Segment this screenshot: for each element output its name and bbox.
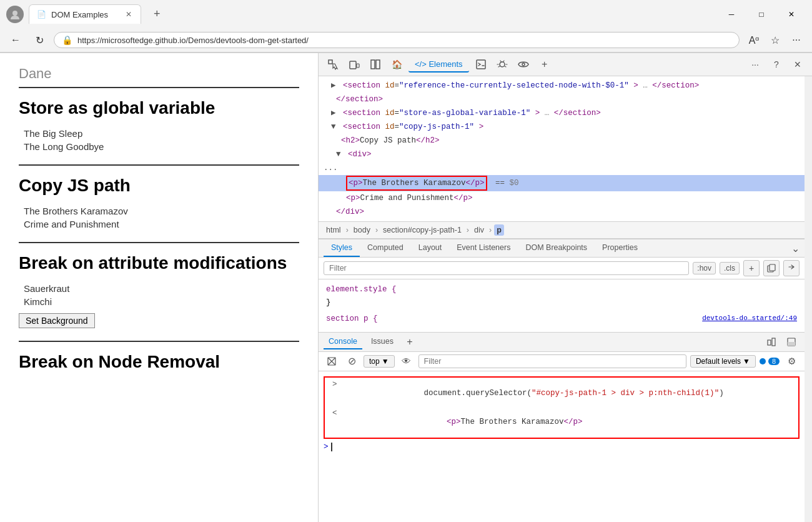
dom-selected-node: <p>The Brothers Karamazov</p> [346, 176, 487, 191]
partial-section-title: Dane [19, 66, 299, 82]
styles-filter-input[interactable] [324, 261, 689, 275]
style-arrow-btn[interactable] [783, 260, 800, 276]
hov-btn[interactable]: :hov [693, 262, 716, 274]
console-cancel-btn[interactable]: ⊘ [344, 353, 360, 369]
dom-line-selected[interactable]: <p>The Brothers Karamazov</p> == $0 [319, 175, 805, 191]
bc-html[interactable]: html [324, 224, 344, 236]
bc-p[interactable]: p [494, 224, 504, 236]
svg-rect-10 [770, 264, 775, 271]
styles-chevron-btn[interactable]: ⌄ [791, 239, 800, 257]
more-btn[interactable]: ··· [787, 31, 806, 49]
devtools-close-btn[interactable]: ✕ [788, 56, 807, 73]
console-cursor-line[interactable]: > [319, 441, 805, 453]
svg-rect-5 [376, 60, 380, 69]
dom-line-dots: ... [319, 161, 805, 175]
devtools-scrollbar[interactable] [805, 76, 812, 522]
tab-event-listeners[interactable]: Event Listeners [449, 239, 518, 257]
devtools-more-btn[interactable]: ··· [746, 56, 765, 73]
close-btn[interactable]: ✕ [777, 4, 806, 24]
panel-layout-btn[interactable] [366, 56, 385, 73]
devtools-help-btn[interactable]: ? [767, 56, 786, 73]
bc-section[interactable]: section#copy-js-path-1 [380, 224, 464, 236]
tab-elements[interactable]: </> Elements [408, 57, 469, 73]
bc-sep: › [346, 226, 349, 234]
read-aloud-btn[interactable]: Aᵅ [745, 31, 763, 49]
dom-arrow: ▶ [331, 81, 336, 90]
section-divider [19, 87, 299, 88]
section-divider-4 [19, 341, 299, 342]
devtools-right: ▶ <section id="reference-the-currently-s… [319, 76, 812, 522]
console-content: > document.querySelector("#copy-js-path-… [319, 371, 805, 522]
console-filter-input[interactable] [418, 354, 686, 368]
refresh-btn[interactable]: ↻ [30, 31, 49, 49]
svg-rect-12 [772, 338, 775, 346]
console-filter-row: ⊘ top ▼ 👁 Default levels ▼ [319, 352, 805, 371]
console-clear-btn[interactable] [324, 353, 340, 369]
styles-filter-row: :hov .cls + [319, 258, 805, 279]
console-settings-btn[interactable]: ⚙ [783, 353, 800, 369]
svg-rect-4 [371, 60, 375, 69]
bug-icon-btn[interactable] [493, 56, 512, 73]
bc-div[interactable]: div [472, 224, 487, 236]
bc-sep: › [375, 226, 378, 234]
dom-line: <h2>Copy JS path</h2> [319, 134, 805, 148]
address-bar[interactable]: 🔒 https://microsoftedge.github.io/Demos/… [54, 32, 740, 48]
minimize-btn[interactable]: ─ [717, 4, 746, 24]
dom-tag-close: > [535, 109, 540, 118]
add-tool-btn[interactable]: + [535, 56, 554, 73]
set-background-btn[interactable]: Set Background [19, 313, 95, 328]
cls-btn[interactable]: .cls [720, 262, 740, 274]
break-item-1: Sauerkraut [19, 283, 299, 294]
inspect-element-btn[interactable] [324, 56, 342, 73]
console-level-dropdown[interactable]: Default levels ▼ [690, 355, 756, 368]
dom-tag-close2: </section> [554, 109, 601, 118]
console-tab-issues[interactable]: Issues [366, 334, 399, 349]
console-cursor [331, 443, 337, 451]
tab-dom-breakpoints[interactable]: DOM Breakpoints [518, 239, 595, 257]
profile-icon[interactable] [6, 6, 24, 23]
maximize-btn[interactable]: □ [747, 4, 776, 24]
devtools-panel: 🏠 </> Elements + ··· ? ✕ [319, 53, 812, 522]
bc-sep: › [467, 226, 469, 234]
styles-selector: element.style { [326, 285, 397, 294]
styles-source-link[interactable]: devtools-do…started/:49 [702, 313, 797, 324]
console-dock-btn[interactable] [783, 334, 800, 350]
nav-bar: ← ↻ 🔒 https://microsoftedge.github.io/De… [0, 28, 812, 53]
tab-layout[interactable]: Layout [411, 239, 450, 257]
tab-title: DOM Examples [51, 10, 119, 19]
tab-close-btn[interactable]: ✕ [124, 9, 133, 20]
add-console-tab-btn[interactable]: + [402, 334, 417, 349]
add-style-btn[interactable]: + [743, 260, 760, 276]
console-icon-btn[interactable] [472, 56, 490, 73]
dom-equals: == $0 [495, 179, 519, 188]
tab-styles[interactable]: Styles [324, 239, 360, 257]
network-btn[interactable] [514, 56, 533, 73]
favorites-btn[interactable]: ☆ [766, 31, 785, 49]
dom-dots: ... [324, 164, 338, 173]
console-level-label: Default levels [696, 357, 741, 366]
new-tab-btn[interactable]: + [146, 4, 168, 24]
device-emulation-btn[interactable] [345, 56, 364, 73]
dom-line: ▼ <div> [319, 148, 805, 161]
back-btn[interactable]: ← [6, 31, 25, 49]
styles-tabs: Styles Computed Layout Event Listeners D… [319, 239, 805, 258]
console-tab-console[interactable]: Console [324, 334, 362, 349]
section-break-attr: Break on attribute modifications Sauerkr… [19, 253, 299, 328]
store-item-1: The Big Sleep [19, 128, 299, 139]
dom-line: <p>Crime and Punishment</p> [319, 191, 805, 205]
home-btn[interactable]: 🏠 [387, 56, 406, 73]
svg-point-0 [12, 11, 17, 16]
bc-body[interactable]: body [351, 224, 373, 236]
tab-properties[interactable]: Properties [595, 239, 645, 257]
dom-text: Copy JS path [360, 136, 416, 145]
style-copy-btn[interactable] [763, 260, 780, 276]
dom-attr: id="store-as-global-variable-1" [385, 109, 531, 118]
console-source-dropdown[interactable]: top ▼ [364, 355, 395, 368]
browser-tab[interactable]: 📄 DOM Examples ✕ [29, 4, 141, 24]
console-eye-btn[interactable]: 👁 [399, 353, 415, 369]
tab-computed[interactable]: Computed [360, 239, 411, 257]
svg-rect-3 [357, 64, 359, 68]
console-arrow-left: < [332, 409, 341, 418]
console-expand-btn[interactable] [763, 334, 780, 350]
styles-content: element.style { } section p { devtools-d… [319, 279, 805, 332]
